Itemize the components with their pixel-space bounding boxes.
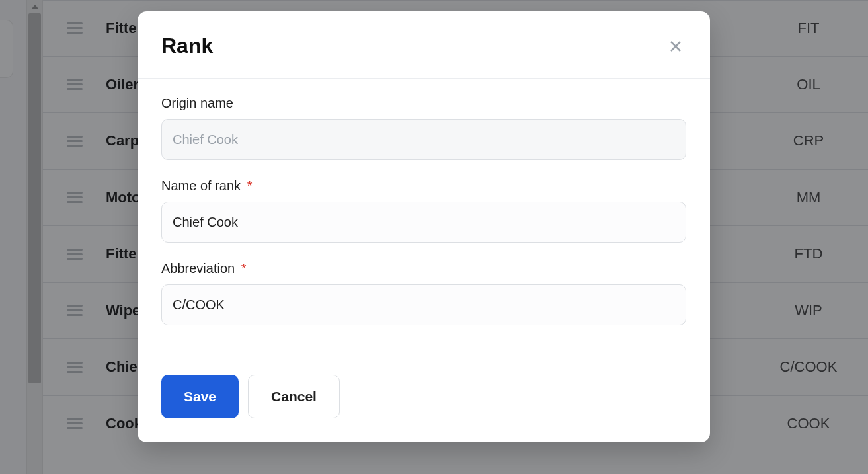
field-label-text: Origin name [161, 96, 233, 110]
origin-name-field: Origin name [161, 96, 686, 160]
name-of-rank-field: Name of rank * [161, 178, 686, 243]
close-icon [669, 40, 682, 53]
modal-body: Origin name Name of rank * Abbreviation … [138, 79, 710, 352]
modal-title: Rank [161, 34, 213, 58]
origin-name-input [161, 119, 686, 160]
save-button[interactable]: Save [161, 375, 239, 418]
rank-modal: Rank Origin name Name of rank * Abbrevia… [138, 11, 710, 442]
required-mark: * [247, 178, 253, 193]
modal-header: Rank [138, 11, 710, 79]
field-label-text: Name of rank [161, 178, 241, 193]
name-of-rank-input[interactable] [161, 202, 686, 243]
abbreviation-label: Abbreviation * [161, 261, 686, 276]
abbreviation-field: Abbreviation * [161, 261, 686, 325]
abbreviation-input[interactable] [161, 284, 686, 325]
origin-name-label: Origin name [161, 96, 686, 111]
name-of-rank-label: Name of rank * [161, 178, 686, 194]
field-label-text: Abbreviation [161, 261, 235, 276]
close-button[interactable] [665, 36, 686, 57]
cancel-button[interactable]: Cancel [248, 375, 340, 418]
modal-footer: Save Cancel [138, 352, 710, 442]
required-mark: * [241, 261, 247, 276]
